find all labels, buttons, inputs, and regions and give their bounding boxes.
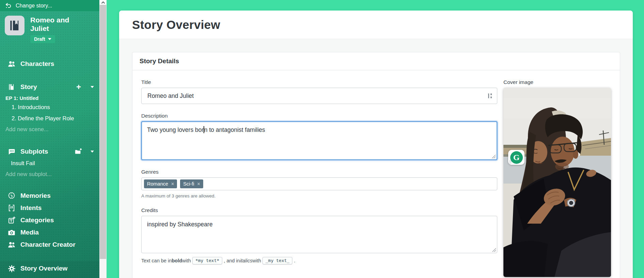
change-story-label: Change story... bbox=[16, 3, 52, 9]
add-new-subplot-link[interactable]: Add new subplot... bbox=[0, 169, 99, 179]
credits-field-group: Credits inspired by Shakespeare Text can… bbox=[141, 207, 497, 264]
title-field-group: Title bbox=[141, 79, 497, 104]
credits-textarea[interactable]: inspired by Shakespeare bbox=[141, 216, 497, 253]
italic-syntax-chip: _my text_ bbox=[262, 257, 292, 264]
chevron-down-icon[interactable] bbox=[91, 151, 94, 153]
genres-label: Genres bbox=[141, 169, 497, 175]
main-area: Story Overview Story Details Title bbox=[107, 0, 644, 278]
drag-handle-dots-icon[interactable] bbox=[509, 160, 512, 163]
intents-quote-icon bbox=[7, 204, 16, 212]
title-input[interactable] bbox=[141, 88, 497, 104]
scroll-up-arrow-icon[interactable] bbox=[99, 0, 107, 5]
chevron-down-icon bbox=[48, 38, 51, 40]
subplots-bubble-icon bbox=[7, 147, 16, 156]
scene-item-2[interactable]: 2. Define the Player Role bbox=[0, 113, 99, 124]
sidebar-item-story[interactable]: Story + bbox=[0, 81, 99, 93]
sidebar-item-label: Story bbox=[20, 83, 37, 91]
tools-section: Memories Intents bbox=[0, 190, 99, 251]
card-title: Story Details bbox=[132, 52, 620, 70]
sidebar-item-intents[interactable]: Intents bbox=[0, 202, 99, 214]
add-new-scene-link[interactable]: Add new scene... bbox=[0, 124, 99, 135]
change-story-button[interactable]: Change story... bbox=[0, 0, 99, 11]
change-story-undo-icon bbox=[4, 2, 12, 10]
gear-icon bbox=[7, 264, 16, 273]
subplot-item[interactable]: Insult Fail bbox=[0, 158, 99, 169]
genres-input[interactable]: Romance × Sci-fi × bbox=[141, 177, 497, 190]
sidebar-item-label: Media bbox=[20, 229, 39, 236]
sidebar-item-label: Memories bbox=[20, 192, 51, 199]
grammarly-icon: G bbox=[510, 151, 523, 164]
genre-tag-label: Romance bbox=[147, 181, 168, 187]
cover-image[interactable]: G bbox=[503, 88, 611, 277]
episode-label[interactable]: EP 1: Untitled bbox=[0, 93, 99, 102]
status-badge-label: Draft bbox=[34, 36, 45, 42]
remove-tag-icon[interactable]: × bbox=[171, 181, 174, 186]
description-textarea[interactable]: Two young lovers born to antagonist fami… bbox=[141, 121, 497, 160]
sidebar-item-label: Characters bbox=[20, 60, 54, 68]
status-badge[interactable]: Draft bbox=[30, 35, 55, 43]
story-logo[interactable] bbox=[5, 16, 25, 35]
credits-label: Credits bbox=[141, 207, 497, 213]
media-camera-icon bbox=[7, 228, 16, 237]
genre-tag[interactable]: Sci-fi × bbox=[180, 179, 203, 188]
story-book-icon bbox=[7, 83, 16, 91]
chevron-down-icon[interactable] bbox=[91, 86, 94, 88]
sidebar-item-label: Story Overview bbox=[20, 265, 67, 272]
cover-image-group: Cover image bbox=[503, 79, 611, 277]
sidebar-item-label: Intents bbox=[20, 204, 42, 212]
sidebar-item-label: Categories bbox=[20, 216, 54, 224]
scene-item-1[interactable]: 1. Introductions bbox=[0, 102, 99, 113]
scrollbar-thumb[interactable] bbox=[100, 5, 106, 259]
sidebar-item-label: Subplots bbox=[20, 148, 48, 155]
credits-text: inspired by Shakespeare bbox=[147, 221, 213, 228]
story-details-card: Story Details Title bbox=[132, 52, 620, 278]
description-label: Description bbox=[141, 113, 497, 119]
resize-handle[interactable] bbox=[492, 154, 496, 158]
formatting-help-text: Text can be in bold with *my text*, and … bbox=[141, 257, 497, 264]
sidebar-item-subplots[interactable]: Subplots bbox=[0, 145, 99, 158]
categories-text-icon bbox=[7, 216, 16, 224]
description-text: Two young lovers bor bbox=[147, 126, 204, 133]
sidebar-item-story-overview[interactable]: Story Overview bbox=[0, 261, 99, 278]
page-title: Story Overview bbox=[132, 18, 220, 32]
genre-tag[interactable]: Romance × bbox=[144, 179, 177, 188]
story-section: Story + EP 1: Untitled 1. Introductions … bbox=[0, 81, 99, 135]
sidebar-scrollbar[interactable] bbox=[99, 0, 107, 278]
grammarly-widget[interactable]: G bbox=[508, 150, 525, 165]
page-header: Story Overview bbox=[119, 11, 633, 39]
sidebar-item-memories[interactable]: Memories bbox=[0, 190, 99, 202]
story-identity: Romeo and Juliet Draft bbox=[5, 16, 85, 43]
sidebar: Change story... Romeo and Juliet Draft bbox=[0, 0, 99, 278]
description-text: n to antagonist families bbox=[204, 126, 265, 133]
title-label: Title bbox=[141, 79, 497, 85]
sidebar-item-media[interactable]: Media bbox=[0, 226, 99, 239]
sidebar-item-label: Character Creator bbox=[20, 241, 76, 248]
book-logo-icon bbox=[9, 19, 20, 32]
content-panel: Story Overview Story Details Title bbox=[119, 11, 633, 278]
cover-photo-couple bbox=[503, 88, 611, 277]
characters-icon bbox=[7, 60, 16, 68]
cover-image-label: Cover image bbox=[503, 79, 611, 85]
remove-tag-icon[interactable]: × bbox=[197, 181, 200, 186]
genres-field-group: Genres Romance × Sci-fi × A maximum of bbox=[141, 169, 497, 198]
sidebar-item-characters[interactable]: Characters bbox=[0, 58, 99, 70]
sidebar-item-character-creator[interactable]: Character Creator bbox=[0, 239, 99, 251]
resize-handle[interactable] bbox=[492, 248, 496, 252]
sidebar-story-title: Romeo and Juliet bbox=[30, 16, 85, 33]
text-stats-icon[interactable] bbox=[488, 93, 493, 99]
description-field-group: Description Two young lovers born to ant… bbox=[141, 113, 497, 160]
genre-tag-label: Sci-fi bbox=[183, 181, 194, 187]
genres-helper-text: A maximum of 3 genres are allowed. bbox=[141, 193, 497, 198]
memories-brain-icon bbox=[7, 192, 16, 200]
bold-syntax-chip: *my text* bbox=[192, 257, 222, 264]
add-folder-icon[interactable] bbox=[74, 147, 82, 156]
character-creator-icon bbox=[7, 241, 16, 249]
add-episode-icon[interactable]: + bbox=[76, 84, 81, 90]
sidebar-item-categories[interactable]: Categories bbox=[0, 214, 99, 226]
subplots-section: Subplots Insult Fail Add new subplot... bbox=[0, 145, 99, 179]
